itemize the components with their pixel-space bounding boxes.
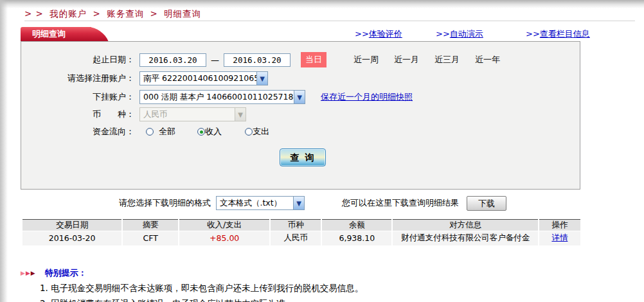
breadcrumb-separator: > — [93, 8, 101, 19]
radio-icon — [197, 128, 205, 136]
flow-radio-expense[interactable]: 支出 — [245, 126, 269, 138]
breadcrumb: > > 我的账户 > 账务查询 > 明细查询 — [24, 8, 204, 20]
flow-radio-expense-label: 支出 — [253, 126, 269, 138]
fund-flow-row: 资金流向： 全部 收入 支出 — [21, 124, 580, 139]
table-row: 2016-03-20 CFT +85.00 人民币 6,938.10 财付通支付… — [22, 231, 580, 245]
download-format-label: 请您选择下载明细的格式 — [119, 197, 211, 209]
transaction-table: 交易日期 摘要 收入/支出 币种 余额 对方信息 操作 2016-03-20 C… — [22, 219, 580, 245]
breadcrumb-divider — [24, 21, 635, 21]
col-header-counterparty: 对方信息 — [392, 220, 538, 231]
sub-account-value: 000 活期 基本户 1406600101102571848 — [140, 92, 294, 103]
link-prefix: >> — [355, 29, 369, 39]
download-row: 请您选择下载明细的格式 文本格式（.txt） ▼ 您可以在这里下载查询明细结果 … — [22, 195, 580, 211]
link-view-column-info[interactable]: >>查看栏目信息 — [526, 28, 590, 40]
sub-account-row: 下挂账户： 000 活期 基本户 1406600101102571848 ▼ 保… — [21, 89, 580, 105]
left-gradient-strip — [0, 0, 8, 302]
date-range-label: 起止日期： — [21, 54, 134, 66]
quick-range-week[interactable]: 近一周 — [353, 54, 379, 66]
save-snapshot-link[interactable]: 保存近一个月的明细快照 — [321, 91, 413, 103]
download-format-select[interactable]: 文本格式（.txt） ▼ — [216, 196, 305, 210]
note-item-1: 1. 电子现金交易明细不含未达账项，即未包含商户还未上传到我行的脱机交易信息。 — [40, 283, 625, 294]
breadcrumb-item-account-query[interactable]: 账务查询 — [107, 8, 144, 19]
triangle-icon: ▶ — [26, 271, 30, 276]
top-gradient-bar — [0, 0, 644, 8]
triangle-icon: ▶ — [31, 271, 35, 276]
query-form-panel: 起止日期： — 当日 近一周 近一月 近三月 近一年 请选择注册账户： 南平 6… — [21, 41, 580, 190]
flow-radio-all-label: 全部 — [159, 126, 175, 138]
date-range-dash: — — [211, 55, 219, 65]
link-auto-demo[interactable]: >>自动演示 — [436, 28, 483, 40]
register-account-label: 请选择注册账户： — [21, 73, 134, 84]
register-account-row: 请选择注册账户： 南平 6222001406100921065 灵通卡 ▼ — [21, 71, 580, 86]
quick-range-3months[interactable]: 近三月 — [434, 54, 460, 66]
radio-icon — [146, 128, 154, 136]
breadcrumb-prefix: > > — [24, 8, 44, 19]
chevron-down-icon: ▼ — [294, 91, 305, 103]
col-header-amount: 收入/支出 — [179, 220, 270, 231]
notes-title: 特别提示： — [45, 267, 87, 279]
col-header-action: 操作 — [539, 220, 580, 231]
link-prefix: >> — [526, 29, 540, 39]
cell-date: 2016-03-20 — [22, 231, 122, 245]
flow-radio-income-label: 收入 — [205, 126, 222, 138]
chevron-down-icon: ▼ — [293, 197, 304, 209]
radio-icon — [245, 128, 253, 136]
note-item-2: 2. 因脱机消费存在延迟入账情况，电子现金应以芯片内实际为准。 — [40, 298, 625, 302]
table-header-row: 交易日期 摘要 收入/支出 币种 余额 对方信息 操作 — [22, 220, 580, 231]
col-header-balance: 余额 — [321, 220, 392, 231]
date-to-input[interactable] — [224, 53, 291, 67]
col-header-currency: 币种 — [270, 220, 321, 231]
quick-range-year[interactable]: 近一年 — [475, 54, 500, 66]
date-from-input[interactable] — [139, 53, 206, 67]
cell-summary: CFT — [122, 231, 179, 245]
col-header-summary: 摘要 — [122, 220, 179, 231]
today-button[interactable]: 当日 — [301, 52, 326, 67]
quick-range-month[interactable]: 近一月 — [394, 54, 419, 66]
sub-account-label: 下挂账户： — [21, 91, 134, 103]
chevron-down-icon: ▼ — [256, 72, 267, 85]
currency-row: 币 种： 人民币 ▼ — [21, 107, 580, 122]
cell-currency: 人民币 — [270, 231, 321, 245]
download-format-value: 文本格式（.txt） — [217, 198, 293, 209]
chevron-down-icon: ▼ — [235, 108, 246, 121]
breadcrumb-item-detail-query[interactable]: 明细查询 — [164, 8, 201, 19]
breadcrumb-separator: > — [150, 8, 157, 19]
flow-radio-all[interactable]: 全部 — [146, 126, 175, 138]
currency-label: 币 种： — [21, 109, 134, 120]
date-range-row: 起止日期： — 当日 近一周 近一月 近三月 近一年 — [21, 52, 580, 67]
currency-value: 人民币 — [140, 109, 235, 120]
download-button[interactable]: 下载 — [467, 196, 506, 211]
flow-radio-income[interactable]: 收入 — [197, 126, 222, 138]
cell-amount: +85.00 — [179, 231, 270, 245]
tab-detail-query: 明细查询 — [21, 27, 91, 41]
link-prefix: >> — [436, 29, 450, 39]
col-header-date: 交易日期 — [22, 220, 122, 231]
register-account-value: 南平 6222001406100921065 灵通卡 — [140, 73, 256, 84]
fund-flow-label: 资金流向： — [21, 126, 134, 138]
cell-balance: 6,938.10 — [321, 231, 392, 245]
currency-select: 人民币 ▼ — [139, 107, 246, 121]
detail-link[interactable]: 详情 — [551, 233, 568, 242]
sub-account-select[interactable]: 000 活期 基本户 1406600101102571848 ▼ — [139, 90, 305, 104]
link-experience-rating[interactable]: >>体验评价 — [355, 28, 402, 40]
notes-header: ▶ ▶ ▶ 特别提示： — [21, 267, 625, 279]
query-button[interactable]: 查 询 — [280, 148, 326, 166]
special-notes: ▶ ▶ ▶ 特别提示： 1. 电子现金交易明细不含未达账项，即未包含商户还未上传… — [21, 267, 625, 302]
detail-query-page: > > 我的账户 > 账务查询 > 明细查询 明细查询 >>体验评价 >>自动演… — [0, 0, 644, 302]
register-account-select[interactable]: 南平 6222001406100921065 灵通卡 ▼ — [139, 71, 268, 85]
triangle-icon: ▶ — [21, 271, 25, 276]
breadcrumb-item-my-account[interactable]: 我的账户 — [49, 8, 87, 19]
download-result-label: 您可以在这里下载查询明细结果 — [342, 197, 459, 209]
cell-counterparty: 财付通支付科技有限公司客户备付金 — [392, 231, 538, 245]
